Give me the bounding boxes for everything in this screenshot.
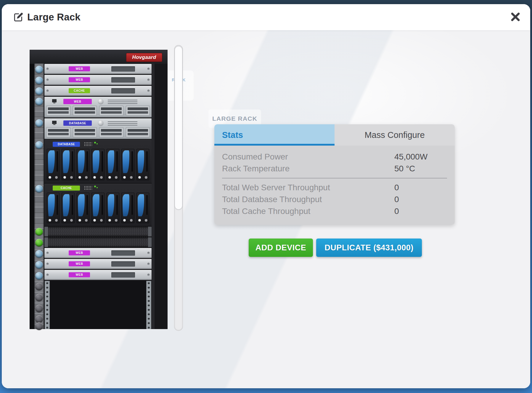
rack-unit-database-storage[interactable]: DATABASE	[44, 140, 152, 183]
rack-scrollbar-track[interactable]	[174, 45, 183, 331]
rail-knob	[35, 228, 43, 236]
rack-unit-web-server[interactable]: WEB	[44, 259, 152, 269]
drive-sled	[62, 149, 74, 180]
rack-right-rail	[152, 63, 155, 329]
drive-bay	[73, 106, 97, 116]
stat-label: Total Web Server Throughput	[222, 183, 330, 192]
rail-knob	[35, 322, 43, 330]
close-icon	[510, 11, 521, 24]
device-vent	[111, 250, 135, 256]
vent-slots	[108, 100, 137, 104]
drive-sled	[121, 149, 134, 180]
rail-knob	[35, 141, 43, 149]
rack-unit-web-server[interactable]: WEB	[44, 248, 152, 258]
stat-row-rack-temperature: Rack Temperature 50 °C	[214, 163, 455, 175]
stats-panel: Stats Mass Configure Consumed Power 45,0…	[214, 124, 455, 225]
drive-sleds	[47, 193, 149, 223]
stats-card-body: Consumed Power 45,000W Rack Temperature …	[214, 146, 455, 225]
stat-value: 45,000W	[394, 152, 427, 162]
keypad-icon	[84, 186, 92, 191]
stat-label: Total Cache Throughput	[222, 207, 310, 216]
drive-bays	[46, 127, 150, 137]
power-knob	[98, 99, 103, 104]
rack-unit-cache-storage[interactable]: CACHE	[44, 184, 152, 226]
vent-slots	[108, 121, 137, 125]
device-label: WEB	[69, 77, 90, 82]
tab-stats[interactable]: Stats	[214, 124, 335, 146]
device-label: CACHE	[53, 186, 80, 191]
rail-knob	[35, 305, 43, 312]
device-label: DATABASE	[63, 120, 92, 126]
device-label: WEB	[69, 272, 90, 277]
drive-sleds	[47, 149, 149, 180]
drive-bay	[73, 127, 97, 137]
rail-knob	[35, 283, 43, 290]
device-label: WEB	[63, 99, 92, 104]
stat-row-web-throughput: Total Web Server Throughput 0	[214, 182, 455, 194]
rack-unit-vent-panel[interactable]	[44, 227, 152, 236]
rail-knob	[35, 272, 43, 280]
large-rack-modal: Large Rack RACK 2J LARGE RACK Hovgaard W…	[2, 4, 530, 388]
rail-knob	[35, 239, 43, 247]
edit-rack-name-icon[interactable]	[13, 12, 24, 22]
rail-knob	[35, 315, 43, 323]
display-icon	[52, 121, 57, 124]
close-button[interactable]	[509, 11, 522, 24]
drive-bay	[46, 127, 70, 137]
status-led-icon	[94, 186, 96, 187]
rack-unit-database-server-2u[interactable]: DATABASE	[44, 118, 152, 139]
drive-bay	[126, 127, 150, 137]
rack-unit-web-server[interactable]: WEB	[44, 75, 152, 85]
drive-sled	[91, 193, 104, 223]
modal-header: Large Rack	[2, 4, 530, 30]
rack-unit-web-server[interactable]: WEB	[44, 270, 152, 280]
mount-rail	[146, 281, 151, 329]
rail-knob	[35, 119, 43, 127]
drive-bay	[99, 106, 123, 116]
rail-knob	[35, 66, 43, 73]
power-knob	[98, 120, 103, 125]
stat-row-consumed-power: Consumed Power 45,000W	[214, 151, 455, 163]
device-vent	[111, 272, 135, 278]
stat-value: 50 °C	[394, 164, 415, 173]
rail-knob	[35, 294, 43, 301]
drive-sled	[136, 149, 149, 180]
device-vent	[111, 88, 135, 94]
add-device-button[interactable]: ADD DEVICE	[249, 239, 313, 257]
stat-label: Consumed Power	[222, 152, 288, 162]
stat-value: 0	[394, 195, 399, 204]
rail-knob	[35, 98, 43, 105]
keypad-icon	[84, 142, 92, 147]
drive-bays	[46, 106, 150, 116]
drive-bay	[126, 106, 150, 116]
device-vent	[111, 66, 135, 72]
device-label: WEB	[69, 261, 90, 266]
drive-sled	[77, 149, 89, 180]
rack-top-cap: Hovgaard	[30, 50, 168, 64]
device-label: WEB	[69, 66, 90, 71]
rail-knob	[35, 261, 43, 269]
stat-label: Total Database Throughput	[222, 195, 322, 204]
device-label: CACHE	[69, 88, 90, 93]
divider	[222, 178, 447, 178]
duplicate-button[interactable]: DUPLICATE ($431,000)	[316, 239, 422, 257]
rack-unit-vent-panel[interactable]	[44, 237, 152, 247]
rail-knob	[35, 87, 43, 95]
rack-unit-web-server-2u[interactable]: WEB	[44, 97, 152, 117]
drive-sled	[91, 149, 104, 180]
drive-bay	[99, 127, 123, 137]
device-vent	[111, 261, 135, 267]
page-title: Large Rack	[27, 4, 81, 30]
drive-sled	[47, 193, 60, 223]
device-vent	[111, 77, 135, 83]
device-label: DATABASE	[53, 142, 80, 147]
rack-unit-web-server[interactable]: WEB	[44, 64, 152, 74]
rack-preview: Hovgaard WEB WEB CACHE WEB DATABASE	[30, 50, 168, 329]
tab-mass-configure[interactable]: Mass Configure	[335, 124, 455, 146]
drive-sled	[77, 193, 89, 223]
rack-scrollbar-thumb[interactable]	[175, 46, 182, 210]
stat-row-database-throughput: Total Database Throughput 0	[214, 194, 455, 205]
rack-unit-cache-server[interactable]: CACHE	[44, 86, 152, 96]
rail-knob	[35, 77, 43, 84]
rail-knob	[35, 185, 43, 193]
